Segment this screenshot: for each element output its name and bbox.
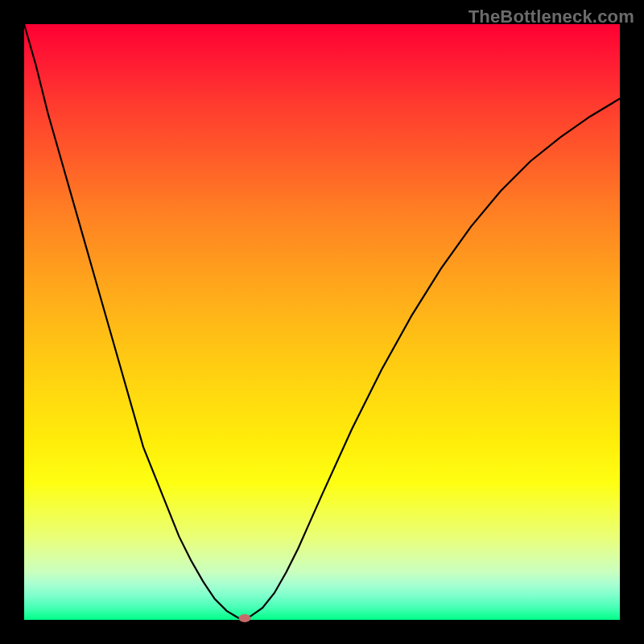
- watermark-text: TheBottleneck.com: [469, 6, 634, 27]
- bottleneck-curve: [24, 24, 620, 618]
- chart-frame: TheBottleneck.com: [0, 0, 644, 644]
- min-point-marker: [238, 614, 250, 622]
- curve-layer: [24, 24, 620, 620]
- plot-area: [24, 24, 620, 620]
